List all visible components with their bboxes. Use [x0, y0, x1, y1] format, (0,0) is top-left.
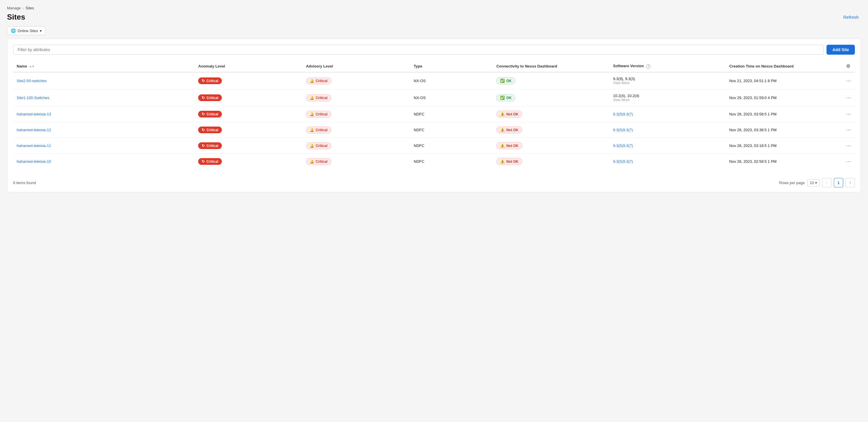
info-icon-software[interactable]: i	[646, 64, 651, 69]
table-row: Site1-100-Switches↻ Critical🔔 CriticalNX…	[13, 89, 855, 107]
page-number: 1	[837, 181, 839, 185]
gear-icon[interactable]: ⚙	[846, 64, 850, 69]
cell-advisory: 🔔 Critical	[303, 154, 410, 170]
col-header-software: Software Version i	[610, 60, 726, 72]
site-name-link[interactable]: hahamed-teleixia-11	[17, 144, 51, 148]
cell-actions: ···	[843, 107, 855, 122]
search-row: Add Site	[13, 45, 855, 55]
table-header-row: Name ▲▼ Anomaly Level Advisory Level Typ…	[13, 60, 855, 72]
next-page-button[interactable]: ›	[845, 178, 855, 187]
filter-bar: 🌐 Online Sites ▾	[7, 26, 861, 35]
site-name-link[interactable]: Site2-50-switches	[17, 79, 47, 83]
row-actions-button[interactable]: ···	[846, 111, 851, 117]
software-version-text: 9.3(9), 9.3(3)	[613, 77, 722, 81]
chevron-down-icon-rows: ▾	[815, 181, 817, 185]
cell-connectivity: ⚠️ Not OK	[493, 154, 609, 170]
cell-connectivity: ⚠️ Not OK	[493, 138, 609, 154]
cell-type: NX-OS	[410, 72, 493, 89]
filter-input[interactable]	[13, 45, 824, 55]
connectivity-badge: ⚠️ Not OK	[496, 111, 522, 118]
cell-type: NX-OS	[410, 89, 493, 107]
cell-software: 10.2(4), 10.2(4)View More	[610, 89, 726, 107]
anomaly-badge: ↻ Critical	[198, 142, 222, 149]
advisory-badge: 🔔 Critical	[306, 111, 332, 118]
dropdown-label: Online Sites	[18, 29, 38, 33]
advisory-badge: 🔔 Critical	[306, 126, 332, 133]
anomaly-badge: ↻ Critical	[198, 126, 222, 133]
anomaly-badge: ↻ Critical	[198, 78, 222, 84]
chevron-right-icon: ›	[849, 181, 851, 185]
advisory-badge: 🔔 Critical	[306, 142, 332, 149]
row-actions-button[interactable]: ···	[846, 158, 851, 164]
table-row: hahamed-teleixia-11↻ Critical🔔 CriticalN…	[13, 138, 855, 154]
connectivity-badge: ⚠️ Not OK	[496, 126, 522, 133]
software-version-link[interactable]: 9.3(5)9.3(7)	[613, 144, 633, 148]
cell-actions: ···	[843, 122, 855, 138]
site-name-link[interactable]: hahamed-teleixia-10	[17, 159, 51, 164]
page-title: Sites	[7, 12, 25, 22]
sites-table: Name ▲▼ Anomaly Level Advisory Level Typ…	[13, 60, 855, 169]
cell-creation: Nov 28, 2023, 03:58:5 1 PM	[726, 107, 843, 122]
rows-per-page-label: Rows per page	[779, 181, 805, 185]
online-sites-dropdown[interactable]: 🌐 Online Sites ▾	[7, 26, 45, 35]
cell-type: NDFC	[410, 107, 493, 122]
site-name-link[interactable]: Site1-100-Switches	[17, 96, 50, 100]
cell-software: 9.3(5)9.3(7)	[610, 122, 726, 138]
globe-icon: 🌐	[11, 28, 16, 33]
software-version-link[interactable]: 9.3(5)9.3(7)	[613, 128, 633, 132]
col-header-connectivity: Connectivity to Nexus Dashboard	[493, 60, 609, 72]
cell-connectivity: ✅ OK	[493, 89, 609, 107]
row-actions-button[interactable]: ···	[846, 127, 851, 133]
cell-advisory: 🔔 Critical	[303, 89, 410, 107]
table-row: hahamed-teleixia-12↻ Critical🔔 CriticalN…	[13, 122, 855, 138]
cell-advisory: 🔔 Critical	[303, 138, 410, 154]
row-actions-button[interactable]: ···	[846, 78, 851, 84]
cell-type: NDFC	[410, 138, 493, 154]
cell-name: Site2-50-switches	[13, 72, 195, 89]
breadcrumb-current: Sites	[25, 6, 34, 10]
anomaly-badge: ↻ Critical	[198, 94, 222, 101]
col-header-type: Type	[410, 60, 493, 72]
chevron-down-icon: ▾	[40, 29, 42, 33]
cell-connectivity: ✅ OK	[493, 72, 609, 89]
breadcrumb-parent[interactable]: Manage	[7, 6, 21, 10]
pagination: Rows per page 10 ▾ ‹ 1 ›	[779, 178, 855, 187]
connectivity-badge: ✅ OK	[496, 94, 515, 101]
refresh-button[interactable]: Refresh	[841, 13, 861, 21]
cell-advisory: 🔔 Critical	[303, 72, 410, 89]
cell-creation: Nov 28, 2023, 03:18:5 1 PM	[726, 138, 843, 154]
view-more-link[interactable]: View More	[613, 98, 722, 102]
table-row: hahamed-teleixia-10↻ Critical🔔 CriticalN…	[13, 154, 855, 170]
cell-anomaly: ↻ Critical	[195, 89, 303, 107]
anomaly-badge: ↻ Critical	[198, 111, 222, 118]
col-header-creation: Creation Time on Nexus Dashboard	[726, 60, 843, 72]
software-version-link[interactable]: 9.3(5)9.3(7)	[613, 112, 633, 116]
site-name-link[interactable]: hahamed-teleixia-13	[17, 112, 51, 116]
cell-advisory: 🔔 Critical	[303, 107, 410, 122]
col-header-actions: ⚙	[843, 60, 855, 72]
add-site-button[interactable]: Add Site	[827, 45, 855, 55]
advisory-badge: 🔔 Critical	[306, 158, 332, 165]
site-name-link[interactable]: hahamed-teleixia-12	[17, 128, 51, 132]
rows-per-page-value: 10	[810, 181, 814, 185]
prev-page-button[interactable]: ‹	[822, 178, 832, 187]
advisory-badge: 🔔 Critical	[306, 78, 332, 85]
cell-creation: Nov 29, 2023, 01:59:0 4 PM	[726, 89, 843, 107]
row-actions-button[interactable]: ···	[846, 143, 851, 149]
rows-per-page-select[interactable]: 10 ▾	[807, 179, 820, 186]
page-1-button[interactable]: 1	[834, 178, 843, 187]
view-more-link[interactable]: View More	[613, 81, 722, 85]
cell-software: 9.3(5)9.3(7)	[610, 138, 726, 154]
col-header-advisory: Advisory Level	[303, 60, 410, 72]
cell-advisory: 🔔 Critical	[303, 122, 410, 138]
chevron-left-icon: ‹	[826, 181, 827, 185]
cell-name: hahamed-teleixia-12	[13, 122, 195, 138]
row-actions-button[interactable]: ···	[846, 95, 851, 101]
sort-icons-name[interactable]: ▲▼	[29, 65, 34, 68]
cell-actions: ···	[843, 138, 855, 154]
anomaly-badge: ↻ Critical	[198, 158, 222, 165]
software-version-link[interactable]: 9.3(5)9.3(7)	[613, 159, 633, 164]
cell-software: 9.3(5)9.3(7)	[610, 154, 726, 170]
cell-name: Site1-100-Switches	[13, 89, 195, 107]
col-header-anomaly: Anomaly Level	[195, 60, 303, 72]
